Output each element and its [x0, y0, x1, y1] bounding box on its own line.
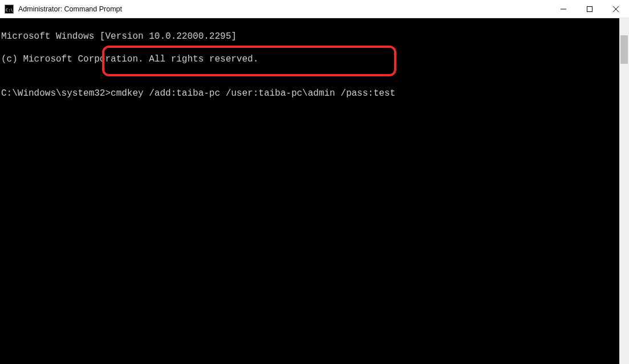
scrollbar-thumb[interactable] [620, 35, 628, 64]
terminal-line-version: Microsoft Windows [Version 10.0.22000.22… [1, 31, 618, 42]
close-button[interactable] [603, 0, 629, 18]
minimize-icon [561, 6, 566, 12]
window-controls [550, 0, 629, 18]
maximize-icon [587, 6, 593, 12]
terminal-prompt: C:\Windows\system32> [1, 88, 111, 99]
window-title: Administrator: Command Prompt [18, 5, 550, 13]
terminal-command: cmdkey /add:taiba-pc /user:taiba-pc\admi… [111, 88, 395, 99]
terminal-output[interactable]: Microsoft Windows [Version 10.0.22000.22… [0, 18, 619, 364]
scrollbar[interactable] [619, 18, 629, 364]
command-prompt-icon [5, 5, 14, 14]
svg-rect-1 [587, 6, 593, 11]
titlebar[interactable]: Administrator: Command Prompt [0, 0, 629, 18]
terminal-prompt-line: C:\Windows\system32>cmdkey /add:taiba-pc… [1, 88, 618, 99]
terminal-container: Microsoft Windows [Version 10.0.22000.22… [0, 18, 629, 364]
terminal-line-copyright: (c) Microsoft Corporation. All rights re… [1, 54, 618, 65]
close-icon [613, 6, 619, 12]
command-prompt-window: Administrator: Command Prompt Microsoft … [0, 0, 629, 364]
maximize-button[interactable] [577, 0, 603, 18]
minimize-button[interactable] [550, 0, 577, 18]
